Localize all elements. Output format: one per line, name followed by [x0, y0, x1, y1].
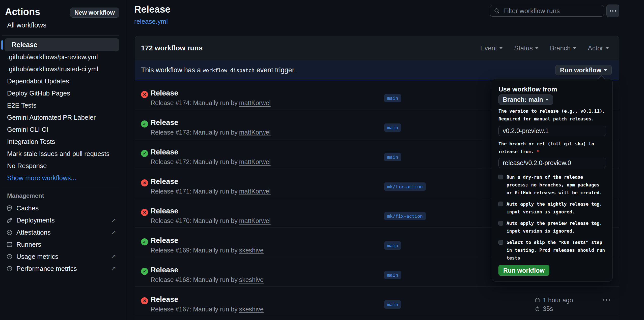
checkbox[interactable] — [498, 175, 503, 179]
panel-title: Use workflow from — [498, 85, 557, 93]
skip-tests-checkbox-row: Select to skip the "Run Tests" step in t… — [498, 238, 607, 262]
sidebar-item-workflow[interactable]: Dependabot Updates — [7, 75, 119, 87]
caret-down-icon — [573, 47, 576, 49]
workflow-file-link[interactable]: release.yml — [134, 18, 168, 25]
search-icon — [494, 8, 500, 14]
actor-link[interactable]: skeshive — [239, 247, 264, 254]
sidebar-item-workflow[interactable]: .github/workflows/trusted-ci.yml — [7, 63, 119, 75]
sidebar-item-label: Attestations — [16, 229, 51, 236]
nightly-tag-checkbox-row: Auto apply the nightly release tag, inpu… — [498, 200, 607, 216]
management-section-label: Management — [7, 192, 44, 199]
branch-badge[interactable]: mk/fix-action — [384, 212, 426, 220]
checkbox-label: Select to skip the "Run Tests" step in t… — [507, 238, 606, 262]
actor-link[interactable]: mattKorwel — [239, 129, 271, 136]
sidebar-item-workflow[interactable]: Deploy GitHub Pages — [7, 87, 119, 99]
sidebar-item-workflow[interactable]: Mark stale issues and pull requests — [7, 148, 119, 160]
sidebar-item-label: Runners — [16, 241, 41, 248]
sidebar-item-workflow[interactable]: Integration Tests — [7, 136, 119, 148]
new-workflow-button[interactable]: New workflow — [70, 8, 119, 18]
branch-badge[interactable]: main — [384, 94, 401, 102]
branch-badge[interactable]: main — [384, 123, 401, 132]
event-filter-dropdown[interactable]: Event — [480, 44, 503, 52]
filter-workflow-runs-field[interactable] — [490, 5, 604, 17]
status-filter-dropdown[interactable]: Status — [514, 44, 538, 52]
version-input-label: The version to release (e.g., v0.1.11). … — [498, 107, 606, 123]
sidebar-item-label: Usage metrics — [16, 253, 58, 261]
sidebar-item-workflow[interactable]: Gemini CLI CI — [7, 123, 119, 136]
branch-badge[interactable]: main — [384, 241, 401, 250]
actor-link[interactable]: skeshive — [239, 306, 264, 313]
preview-tag-checkbox-row: Auto apply the preview release tag, inpu… — [498, 219, 607, 235]
check-circle-icon: ✓ — [141, 268, 148, 275]
branch-badge[interactable]: main — [384, 271, 401, 279]
checkbox[interactable] — [498, 240, 503, 245]
caret-down-icon — [604, 69, 607, 71]
rocket-icon — [6, 217, 13, 224]
actor-link[interactable]: mattKorwel — [239, 99, 271, 106]
required-asterisk: * — [537, 149, 540, 154]
sidebar-item-release-selected[interactable]: Release — [5, 38, 119, 51]
checkbox-label: Auto apply the preview release tag, inpu… — [507, 219, 606, 235]
branch-filter-dropdown[interactable]: Branch — [550, 44, 576, 52]
check-circle-icon: ✓ — [141, 150, 148, 157]
gauge-icon — [6, 265, 13, 272]
show-more-workflows-link[interactable]: Show more workflows... — [7, 172, 119, 184]
sidebar-item-all-workflows[interactable]: All workflows — [7, 21, 46, 29]
checkbox-label: Auto apply the nightly release tag, inpu… — [507, 200, 606, 216]
banner-text: This workflow has a — [141, 66, 201, 74]
ref-input[interactable] — [498, 158, 606, 168]
x-circle-icon: ✕ — [141, 179, 148, 186]
sidebar-item-label: Performance metrics — [16, 265, 77, 273]
run-row[interactable]: ✕ Release Release #167: Manually run bys… — [135, 287, 619, 316]
sidebar-item-workflow[interactable]: .github/workflows/pr-review.yml — [7, 51, 119, 63]
run-duration: 35s — [543, 305, 553, 312]
x-circle-icon: ✕ — [141, 297, 148, 304]
sidebar-item-workflow[interactable]: Gemini Automated PR Labeler — [7, 111, 119, 123]
caret-down-icon — [606, 47, 609, 49]
run-workflow-submit-button[interactable]: Run workflow — [498, 265, 549, 276]
x-circle-icon: ✕ — [141, 209, 148, 216]
page-title: Release — [134, 4, 171, 15]
actor-link[interactable]: mattKorwel — [239, 158, 271, 165]
checkbox-label: Run a dry-run of the release process; no… — [507, 173, 606, 197]
runs-box-header: 172 workflow runs Event Status Branch Ac… — [135, 36, 619, 60]
actor-filter-dropdown[interactable]: Actor — [588, 44, 609, 52]
sidebar-divider — [2, 188, 119, 188]
run-options-kebab-button[interactable] — [603, 299, 610, 301]
checkbox[interactable] — [498, 221, 503, 226]
sidebar-item-runners[interactable]: Runners — [6, 238, 119, 250]
dry-run-checkbox-row: Run a dry-run of the release process; no… — [498, 173, 607, 197]
sidebar-title: Actions — [5, 7, 40, 17]
branch-badge[interactable]: main — [384, 153, 401, 161]
branch-selector-dropdown[interactable]: Branch: main — [498, 94, 553, 105]
sidebar-item-attestations[interactable]: Attestations ↗ — [6, 226, 119, 238]
branch-badge[interactable]: main — [384, 300, 401, 309]
run-meta: 1 hour ago 35s — [535, 296, 573, 313]
branch-badge[interactable]: mk/fix-action — [384, 182, 426, 191]
runs-count: 172 workflow runs — [141, 44, 203, 52]
run-workflow-panel: Use workflow from Branch: main The versi… — [492, 79, 612, 281]
workflow-list: .github/workflows/pr-review.yml .github/… — [7, 51, 119, 184]
workflow-inputs-checkboxes: Run a dry-run of the release process; no… — [498, 173, 607, 265]
filter-workflow-runs-input[interactable] — [503, 7, 594, 15]
version-input[interactable] — [498, 126, 606, 136]
actor-link[interactable]: mattKorwel — [239, 217, 271, 224]
run-workflow-dropdown-button[interactable]: Run workflow — [555, 65, 612, 75]
verified-icon — [6, 229, 13, 236]
server-icon — [6, 241, 13, 248]
sidebar-item-workflow[interactable]: E2E Tests — [7, 99, 119, 111]
database-icon — [6, 205, 13, 212]
actor-link[interactable]: mattKorwel — [239, 188, 271, 195]
sidebar-item-performance-metrics[interactable]: Performance metrics ↗ — [6, 263, 119, 275]
sidebar-item-usage-metrics[interactable]: Usage metrics ↗ — [6, 250, 119, 263]
sidebar-item-deployments[interactable]: Deployments ↗ — [6, 214, 119, 226]
sidebar-item-caches[interactable]: Caches — [6, 202, 119, 214]
caret-down-icon — [535, 47, 538, 49]
workflow-options-kebab-button[interactable] — [606, 5, 619, 17]
checkbox[interactable] — [498, 202, 503, 206]
check-circle-icon: ✓ — [141, 120, 148, 127]
sidebar-item-workflow[interactable]: No Response — [7, 160, 119, 172]
actor-link[interactable]: skeshive — [239, 276, 264, 283]
sidebar-item-label: Caches — [16, 204, 39, 212]
check-circle-icon: ✓ — [141, 238, 148, 245]
